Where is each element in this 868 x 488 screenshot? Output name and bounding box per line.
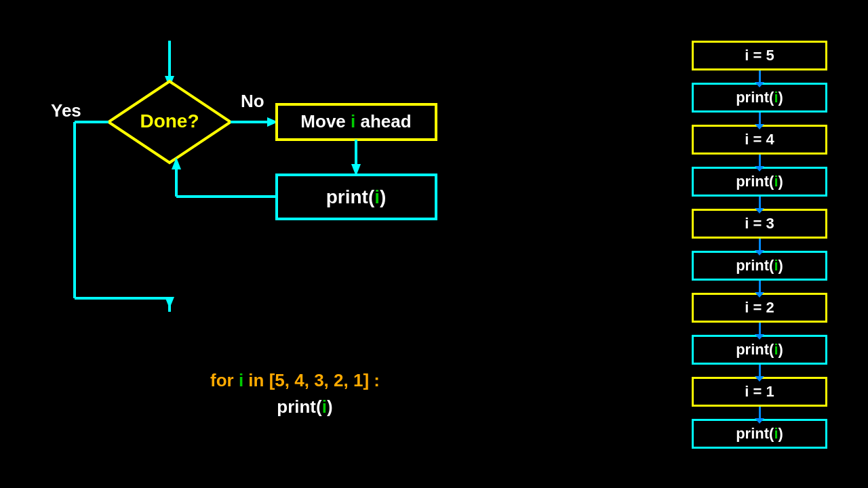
trace-arrow-3 bbox=[759, 155, 761, 167]
trace-arrow-5 bbox=[759, 239, 761, 251]
code-list: in [5, 4, 3, 2, 1] : bbox=[243, 370, 380, 390]
flowchart-svg: Done? No Move i ahead print(i) Yes bbox=[0, 0, 542, 407]
code-block: for i in [5, 4, 3, 2, 1] : print(i) bbox=[210, 367, 380, 420]
trace-arrow-1 bbox=[759, 70, 761, 83]
trace-arrow-6 bbox=[759, 281, 761, 293]
trace-arrow-9 bbox=[759, 407, 761, 419]
code-print: print( bbox=[277, 396, 321, 417]
loop-print-label: print(i) bbox=[326, 186, 387, 207]
trace-arrow-4 bbox=[759, 197, 761, 209]
done-label: Done? bbox=[140, 110, 199, 131]
trace-arrow-2 bbox=[759, 113, 761, 125]
no-label: No bbox=[241, 91, 264, 111]
yes-label: Yes bbox=[51, 100, 81, 121]
code-i-2: i bbox=[322, 396, 327, 417]
trace-arrow-8 bbox=[759, 365, 761, 377]
move-ahead-label: Move i ahead bbox=[300, 111, 411, 131]
trace-assign-5: i = 5 bbox=[692, 41, 827, 70]
trace-arrow-7 bbox=[759, 323, 761, 335]
code-for: for bbox=[210, 370, 239, 390]
code-close: ) bbox=[327, 396, 333, 417]
trace-panel: i = 5 print(i) i = 4 print(i) i = 3 prin… bbox=[692, 41, 827, 449]
